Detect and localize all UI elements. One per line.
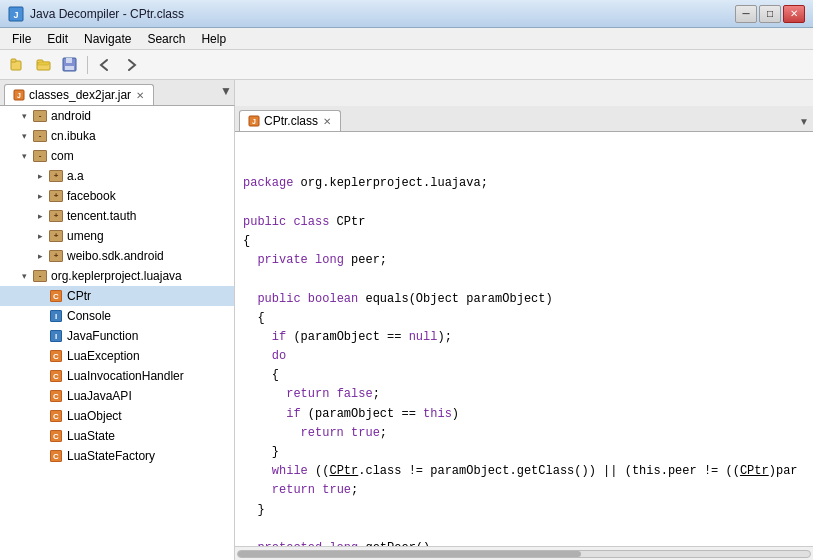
expand-icon-LuaState[interactable] — [32, 428, 48, 444]
expand-icon-com[interactable]: ▾ — [16, 148, 32, 164]
tree-node-cn.ibuka[interactable]: ▾cn.ibuka — [0, 126, 234, 146]
tree-label-com: com — [51, 149, 74, 163]
tree-scroll[interactable]: ▾android▾cn.ibuka▾com▸a.a▸facebook▸tence… — [0, 106, 234, 560]
code-scroll[interactable]: package org.keplerproject.luajava; publi… — [235, 132, 813, 546]
menu-navigate[interactable]: Navigate — [76, 30, 139, 48]
tree-node-JavaFunction[interactable]: IJavaFunction — [0, 326, 234, 346]
tree-node-LuaObject[interactable]: CLuaObject — [0, 406, 234, 426]
expand-icon-cn.ibuka[interactable]: ▾ — [16, 128, 32, 144]
tree-node-LuaInvocationHandler[interactable]: CLuaInvocationHandler — [0, 366, 234, 386]
tree-label-weibo.sdk.android: weibo.sdk.android — [67, 249, 164, 263]
code-line: public boolean equals(Object paramObject… — [243, 290, 805, 309]
toolbar — [0, 50, 813, 80]
tree-node-umeng[interactable]: ▸umeng — [0, 226, 234, 246]
hscroll-track[interactable] — [237, 550, 811, 558]
expand-icon-CPtr[interactable] — [32, 288, 48, 304]
tree-node-a.a[interactable]: ▸a.a — [0, 166, 234, 186]
tree-label-Console: Console — [67, 309, 111, 323]
back-button[interactable] — [93, 54, 117, 76]
window-title: Java Decompiler - CPtr.class — [30, 7, 735, 21]
code-panel-dropdown[interactable]: ▼ — [799, 116, 809, 127]
tree-label-LuaObject: LuaObject — [67, 409, 122, 423]
file-tab-label: classes_dex2jar.jar — [29, 88, 131, 102]
iface-icon-JavaFunction: I — [50, 330, 62, 342]
code-hscrollbar[interactable] — [235, 546, 813, 560]
menu-search[interactable]: Search — [139, 30, 193, 48]
file-tab-close[interactable]: ✕ — [135, 90, 145, 101]
class-icon-LuaException: C — [50, 350, 62, 362]
pkg-icon-android — [33, 110, 47, 122]
tree-node-com[interactable]: ▾com — [0, 146, 234, 166]
expand-icon-tencent.tauth[interactable]: ▸ — [32, 208, 48, 224]
expand-icon-LuaException[interactable] — [32, 348, 48, 364]
code-tab-close[interactable]: ✕ — [322, 116, 332, 127]
main-container: J classes_dex2jar.jar ✕ ▼ ▾android▾cn.ib… — [0, 80, 813, 560]
svg-rect-3 — [11, 59, 16, 62]
minimize-button[interactable]: ─ — [735, 5, 757, 23]
code-line: private long peer; — [243, 251, 805, 270]
tree-node-android[interactable]: ▾android — [0, 106, 234, 126]
menu-edit[interactable]: Edit — [39, 30, 76, 48]
expand-icon-weibo.sdk.android[interactable]: ▸ — [32, 248, 48, 264]
code-tab-cptr[interactable]: J CPtr.class ✕ — [239, 110, 341, 131]
code-line: protected long getPeer() — [243, 539, 805, 546]
expand-icon-LuaStateFactory[interactable] — [32, 448, 48, 464]
code-line: return true; — [243, 481, 805, 500]
tree-node-facebook[interactable]: ▸facebook — [0, 186, 234, 206]
tree-node-tencent.tauth[interactable]: ▸tencent.tauth — [0, 206, 234, 226]
tree-label-LuaInvocationHandler: LuaInvocationHandler — [67, 369, 184, 383]
hscroll-thumb[interactable] — [238, 551, 581, 557]
expand-icon-facebook[interactable]: ▸ — [32, 188, 48, 204]
file-tab-classes[interactable]: J classes_dex2jar.jar ✕ — [4, 84, 154, 105]
tree-label-LuaStateFactory: LuaStateFactory — [67, 449, 155, 463]
code-line: } — [243, 443, 805, 462]
expand-icon-a.a[interactable]: ▸ — [32, 168, 48, 184]
menu-help[interactable]: Help — [193, 30, 234, 48]
expand-icon-org.keplerproject.luajava[interactable]: ▾ — [16, 268, 32, 284]
pkg-icon-a.a — [49, 170, 63, 182]
expand-icon-umeng[interactable]: ▸ — [32, 228, 48, 244]
tree-node-LuaState[interactable]: CLuaState — [0, 426, 234, 446]
class-icon-LuaStateFactory: C — [50, 450, 62, 462]
expand-icon-LuaJavaAPI[interactable] — [32, 388, 48, 404]
toolbar-separator-1 — [87, 56, 88, 74]
code-line — [243, 270, 805, 289]
tree-node-LuaJavaAPI[interactable]: CLuaJavaAPI — [0, 386, 234, 406]
tree-label-a.a: a.a — [67, 169, 84, 183]
class-icon-CPtr: C — [50, 290, 62, 302]
tree-node-weibo.sdk.android[interactable]: ▸weibo.sdk.android — [0, 246, 234, 266]
pkg-icon-tencent.tauth — [49, 210, 63, 222]
tree-label-tencent.tauth: tencent.tauth — [67, 209, 136, 223]
file-tab-bar: J classes_dex2jar.jar ✕ ▼ — [0, 80, 235, 106]
expand-icon-LuaInvocationHandler[interactable] — [32, 368, 48, 384]
window-controls: ─ □ ✕ — [735, 5, 805, 23]
jar-icon: J — [13, 89, 25, 101]
expand-icon-android[interactable]: ▾ — [16, 108, 32, 124]
menu-file[interactable]: File — [4, 30, 39, 48]
code-line: { — [243, 366, 805, 385]
tree-node-LuaStateFactory[interactable]: CLuaStateFactory — [0, 446, 234, 466]
save-button[interactable] — [58, 54, 82, 76]
code-line: while ((CPtr.class != paramObject.getCla… — [243, 462, 805, 481]
tree-label-LuaState: LuaState — [67, 429, 115, 443]
expand-icon-JavaFunction[interactable] — [32, 328, 48, 344]
expand-icon-LuaObject[interactable] — [32, 408, 48, 424]
class-icon: J — [248, 115, 260, 127]
tree-node-Console[interactable]: IConsole — [0, 306, 234, 326]
tree-node-LuaException[interactable]: CLuaException — [0, 346, 234, 366]
maximize-button[interactable]: □ — [759, 5, 781, 23]
tree-node-org.keplerproject.luajava[interactable]: ▾org.keplerproject.luajava — [0, 266, 234, 286]
left-panel: ▾android▾cn.ibuka▾com▸a.a▸facebook▸tence… — [0, 106, 235, 560]
file-panel-dropdown[interactable]: ▼ — [220, 84, 232, 98]
class-icon-LuaInvocationHandler: C — [50, 370, 62, 382]
expand-icon-Console[interactable] — [32, 308, 48, 324]
tree-node-CPtr[interactable]: CCPtr — [0, 286, 234, 306]
open-file-button[interactable] — [6, 54, 30, 76]
forward-button[interactable] — [119, 54, 143, 76]
tree-label-facebook: facebook — [67, 189, 116, 203]
tree-label-CPtr: CPtr — [67, 289, 91, 303]
close-button[interactable]: ✕ — [783, 5, 805, 23]
pkg-icon-org.keplerproject.luajava — [33, 270, 47, 282]
open-folder-button[interactable] — [32, 54, 56, 76]
pkg-icon-facebook — [49, 190, 63, 202]
